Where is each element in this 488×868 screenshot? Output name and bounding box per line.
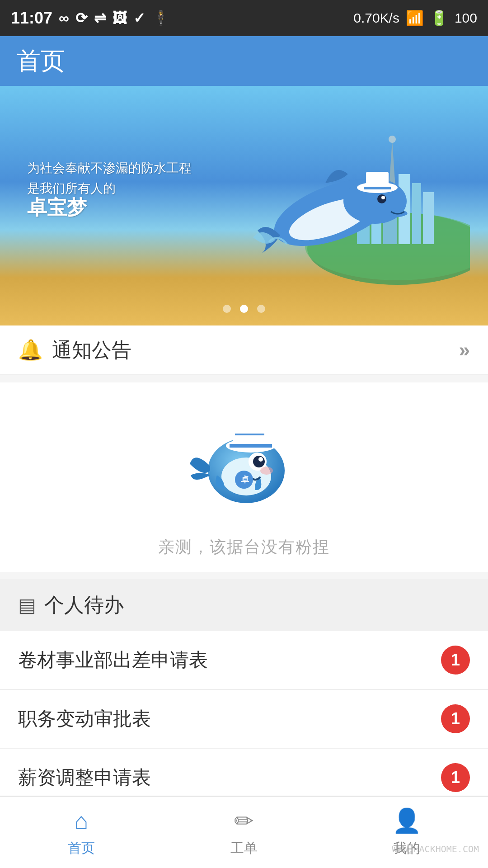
svg-point-14: [381, 196, 385, 199]
page-title: 首页: [16, 45, 65, 78]
svg-rect-16: [366, 172, 389, 189]
svg-text:卓: 卓: [241, 475, 249, 484]
notice-section[interactable]: 🔔 通知公告 »: [0, 326, 488, 375]
banner[interactable]: 为社会奉献不渗漏的防水工程 是我们所有人的 卓宝梦: [0, 86, 488, 326]
nav-profile[interactable]: 👤 我的: [325, 797, 488, 868]
banner-slogan: 卓宝梦: [27, 194, 87, 221]
dot-1[interactable]: [223, 305, 231, 313]
banner-subtext: 为社会奉献不渗漏的防水工程 是我们所有人的: [27, 158, 192, 199]
person-icon: 🕴: [152, 9, 170, 27]
svg-point-28: [260, 467, 273, 475]
status-right: 0.70K/s 📶 🔋 100: [353, 9, 477, 27]
mascot-image: 卓: [181, 401, 307, 527]
dot-3[interactable]: [257, 305, 265, 313]
app-header: 首页: [0, 36, 488, 86]
todo-title: 个人待办: [44, 592, 124, 618]
profile-icon: 👤: [392, 807, 422, 835]
todo-item-name-3: 薪资调整申请表: [18, 765, 151, 790]
usb-icon: ⇌: [94, 9, 106, 27]
todo-badge-2: 1: [441, 704, 470, 733]
nav-workorder[interactable]: ✏ 工单: [163, 797, 325, 868]
status-time: 11:07 ∞ ⟳ ⇌ 🖼 ✓ 🕴: [11, 9, 170, 28]
banner-dots: [223, 305, 265, 313]
nav-home[interactable]: ⌂ 首页: [0, 797, 163, 868]
watermark: WWW.HACKHOME.COM: [392, 844, 479, 854]
sync-icon: ⟳: [75, 9, 88, 27]
todo-item-name-1: 卷材事业部出差申请表: [18, 647, 208, 673]
notice-arrow[interactable]: »: [459, 339, 470, 361]
todo-icon: ▤: [18, 594, 36, 616]
todo-badge-1: 1: [441, 646, 470, 675]
svg-rect-25: [230, 444, 272, 448]
svg-rect-6: [412, 183, 421, 244]
image-icon: 🖼: [113, 10, 127, 27]
todo-badge-3: 1: [441, 763, 470, 792]
todo-list: 卷材事业部出差申请表 1 职务变动审批表 1 薪资调整申请表 1: [0, 631, 488, 807]
check-icon: ✓: [133, 9, 145, 27]
infinity-icon: ∞: [59, 10, 69, 27]
wifi-icon: 📶: [406, 9, 424, 27]
svg-point-13: [377, 194, 386, 203]
todo-item-2[interactable]: 职务变动审批表 1: [0, 690, 488, 749]
home-icon: ⌂: [74, 807, 88, 835]
svg-point-9: [389, 136, 396, 143]
workorder-icon: ✏: [234, 807, 254, 835]
notice-left: 🔔 通知公告: [18, 337, 131, 363]
banner-illustration: [217, 104, 470, 294]
nav-home-label: 首页: [68, 839, 95, 858]
svg-rect-7: [423, 192, 434, 244]
svg-rect-17: [364, 187, 391, 189]
svg-rect-24: [233, 425, 269, 447]
nav-workorder-label: 工单: [230, 839, 258, 858]
bottom-nav: ⌂ 首页 ✏ 工单 👤 我的: [0, 796, 488, 868]
mascot-empty-text: 亲测，该据台没有粉捏: [158, 536, 330, 558]
status-bar: 11:07 ∞ ⟳ ⇌ 🖼 ✓ 🕴 0.70K/s 📶 🔋 100: [0, 0, 488, 36]
todo-section-header: ▤ 个人待办: [0, 579, 488, 631]
dot-2[interactable]: [240, 305, 248, 313]
todo-item-1[interactable]: 卷材事业部出差申请表 1: [0, 631, 488, 690]
bell-icon: 🔔: [18, 338, 43, 362]
todo-item-name-2: 职务变动审批表: [18, 706, 151, 731]
mascot-section: 卓 亲测，该据台没有粉捏: [0, 382, 488, 572]
svg-point-22: [258, 457, 263, 462]
svg-point-21: [253, 456, 265, 467]
notice-label: 通知公告: [52, 337, 131, 363]
battery-icon: 🔋: [430, 9, 448, 27]
